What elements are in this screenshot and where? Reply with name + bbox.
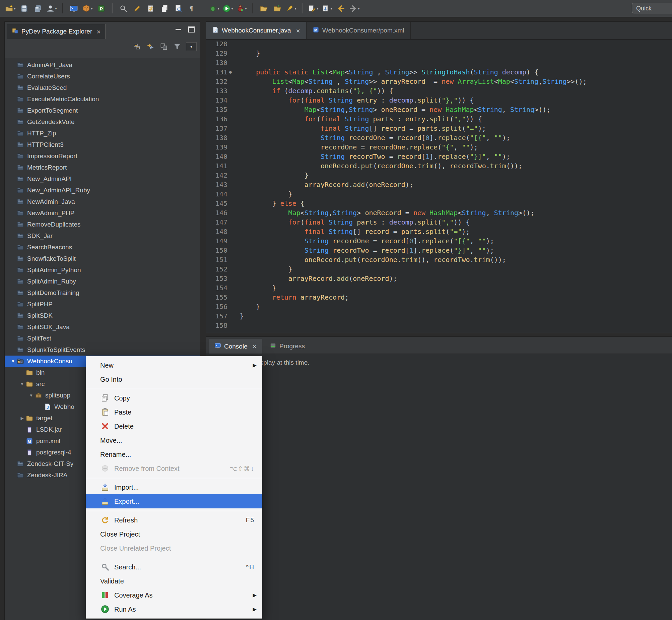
menu-item-go-into[interactable]: Go Into xyxy=(86,372,262,386)
maximize-icon[interactable] xyxy=(188,27,194,33)
menu-item-copy[interactable]: Copy xyxy=(86,391,262,405)
tree-item-sdk-jar[interactable]: SDK_Jar xyxy=(5,230,200,242)
tree-item-splitphp[interactable]: SplitPHP xyxy=(5,299,200,310)
menu-item-new[interactable]: New▶ xyxy=(86,358,262,372)
show-whitespace-icon[interactable]: ¶ xyxy=(186,3,198,14)
console-tab-console[interactable]: Console× xyxy=(209,339,262,354)
menu-item-close-unrelated-project[interactable]: Close Unrelated Project xyxy=(86,541,262,555)
chevron-down-icon[interactable]: ▼ xyxy=(18,382,26,386)
code-line-155[interactable]: 155 return arrayRecord; xyxy=(206,293,672,302)
code-line-134[interactable]: 134 for(final String entry : decomp.spli… xyxy=(206,96,672,105)
code-line-154[interactable]: 154 } xyxy=(206,283,672,293)
code-line-131[interactable]: 131● public static List<Map<String , Str… xyxy=(206,67,672,77)
editor-tab-webhookconsumer-pom-xml[interactable]: MWebhookConsumer/pom.xml xyxy=(306,22,411,39)
code-line-152[interactable]: 152 } xyxy=(206,264,672,274)
menu-item-remove-from-context[interactable]: Remove from Context⌥⇧⌘↓ xyxy=(86,462,262,475)
new-java-package-icon[interactable]: ▾ xyxy=(82,3,93,14)
tree-item-splittest[interactable]: SplitTest xyxy=(5,333,200,344)
tree-item-splitadmin-ruby[interactable]: SplitAdmin_Ruby xyxy=(5,276,200,287)
code-line-150[interactable]: 150 String recordTwo = record[1].replace… xyxy=(206,246,672,255)
menu-item-search[interactable]: Search...^H xyxy=(86,560,262,574)
open-project-icon[interactable] xyxy=(272,3,283,14)
code-line-142[interactable]: 142 } xyxy=(206,170,672,180)
save-icon[interactable] xyxy=(18,3,30,14)
code-line-157[interactable]: 157} xyxy=(206,311,672,321)
tree-item-http-zip[interactable]: HTTP_Zip xyxy=(5,128,200,139)
tree-item-metricsreport[interactable]: MetricsReport xyxy=(5,162,200,173)
next-annotation-icon[interactable]: ▾ xyxy=(321,3,333,14)
code-line-129[interactable]: 129 } xyxy=(206,49,672,58)
user-profile-icon[interactable]: ▾ xyxy=(46,3,57,14)
new-pydev-module-icon[interactable]: P xyxy=(96,3,107,14)
code-line-136[interactable]: 136 for(final String parts : entry.split… xyxy=(206,114,672,124)
menu-item-export[interactable]: Export... xyxy=(86,494,262,508)
tree-item-splitdemotraining[interactable]: SplitDemoTraining xyxy=(5,287,200,299)
code-line-143[interactable]: 143 arrayRecord.add(oneRecord); xyxy=(206,180,672,189)
tree-item-newadmin-php[interactable]: NewAdmin_PHP xyxy=(5,207,200,219)
menu-item-paste[interactable]: Paste xyxy=(86,405,262,419)
chevron-down-icon[interactable]: ▼ xyxy=(27,393,35,398)
code-line-144[interactable]: 144 } xyxy=(206,189,672,199)
close-icon[interactable]: × xyxy=(253,343,257,350)
open-console-icon[interactable] xyxy=(68,3,79,14)
run-icon[interactable]: ▾ xyxy=(222,3,233,14)
tree-item-splitadmin-python[interactable]: SplitAdmin_Python xyxy=(5,264,200,276)
tree-item-searchbeacons[interactable]: SearchBeacons xyxy=(5,242,200,253)
code-line-140[interactable]: 140 String recordTwo = record[1].replace… xyxy=(206,152,672,161)
code-line-149[interactable]: 149 String recordOne = record[0].replace… xyxy=(206,236,672,246)
quick-access-field[interactable]: Quick xyxy=(632,3,672,13)
search-icon[interactable] xyxy=(118,3,129,14)
menu-item-close-project[interactable]: Close Project xyxy=(86,527,262,541)
code-line-138[interactable]: 138 String recordOne = record[0].replace… xyxy=(206,133,672,143)
code-line-153[interactable]: 153 arrayRecord.add(oneRecord); xyxy=(206,274,672,283)
external-tools-icon[interactable]: ▾ xyxy=(236,3,247,14)
tree-item-new-adminapi-ruby[interactable]: New_AdminAPI_Ruby xyxy=(5,185,200,196)
minimize-icon[interactable] xyxy=(175,29,181,30)
code-line-151[interactable]: 151 oneRecord.put(recordOne.trim(), reco… xyxy=(206,255,672,264)
code-line-145[interactable]: 145 } else { xyxy=(206,199,672,208)
menu-item-delete[interactable]: Delete xyxy=(86,419,262,433)
editor-tab-webhookconsumer-java[interactable]: JWebhookConsumer.java× xyxy=(206,22,306,39)
debug-icon[interactable]: ▾ xyxy=(208,3,220,14)
console-tab-progress[interactable]: Progress xyxy=(264,339,310,354)
code-line-128[interactable]: 128 xyxy=(206,39,672,49)
code-line-133[interactable]: 133 if (decomp.contains("}, {")) { xyxy=(206,86,672,96)
collapse-all-icon[interactable] xyxy=(132,42,142,51)
menu-item-coverage-as[interactable]: Coverage As▶ xyxy=(86,588,262,602)
copy-doc-icon[interactable] xyxy=(159,3,170,14)
code-line-130[interactable]: 130 xyxy=(206,58,672,67)
code-line-141[interactable]: 141 oneRecord.put(recordOne.trim(), reco… xyxy=(206,161,672,170)
tree-item-httpclient3[interactable]: HTTPClient3 xyxy=(5,139,200,151)
tree-item-evaluateseed[interactable]: EvaluateSeed xyxy=(5,82,200,94)
annotate-pen-icon[interactable] xyxy=(131,3,143,14)
tree-item-splunktosplitevents[interactable]: SplunkToSplitEvents xyxy=(5,344,200,356)
focus-icon[interactable] xyxy=(159,42,168,51)
tree-item-new-adminapi[interactable]: New_AdminAPI xyxy=(5,173,200,185)
code-line-146[interactable]: 146 Map<String,String> oneRecord = new H… xyxy=(206,208,672,217)
code-line-139[interactable]: 139 recordOne = recordOne.replace("{", "… xyxy=(206,143,672,152)
chevron-right-icon[interactable]: ▶ xyxy=(18,416,26,421)
tree-item-impressionreport[interactable]: ImpressionReport xyxy=(5,151,200,162)
code-line-156[interactable]: 156 } xyxy=(206,302,672,311)
tree-item-splitsdk[interactable]: SplitSDK xyxy=(5,310,200,321)
open-resource-icon[interactable] xyxy=(258,3,269,14)
tree-item-executemetriccalculation[interactable]: ExecuteMetricCalculation xyxy=(5,94,200,105)
new-wizard-icon[interactable]: ▾ xyxy=(5,3,16,14)
preview-doc-icon[interactable] xyxy=(172,3,184,14)
view-menu-icon[interactable]: ▾ xyxy=(186,42,197,51)
tree-item-exporttosegment[interactable]: ExportToSegment xyxy=(5,105,200,116)
code-line-147[interactable]: 147 for(final String parts : decomp.spli… xyxy=(206,217,672,227)
tree-item-splitsdk-java[interactable]: SplitSDK_Java xyxy=(5,321,200,333)
close-icon[interactable]: × xyxy=(296,27,300,34)
tree-item-removeduplicates[interactable]: RemoveDuplicates xyxy=(5,219,200,230)
tree-item-adminapi-java[interactable]: AdminAPI_Java xyxy=(5,59,200,71)
tab-pydev-package-explorer[interactable]: PyDev Package Explorer × xyxy=(7,24,106,39)
highlighter-icon[interactable]: ▾ xyxy=(285,3,297,14)
menu-item-import[interactable]: Import... xyxy=(86,480,262,494)
forward-icon[interactable]: ▾ xyxy=(349,3,360,14)
save-all-icon[interactable] xyxy=(32,3,44,14)
close-icon[interactable]: × xyxy=(97,28,101,35)
tree-item-snowflaketosplit[interactable]: SnowflakeToSplit xyxy=(5,253,200,264)
menu-item-rename[interactable]: Rename... xyxy=(86,448,262,462)
code-area[interactable]: 128129 }130131● public static List<Map<S… xyxy=(206,39,672,333)
